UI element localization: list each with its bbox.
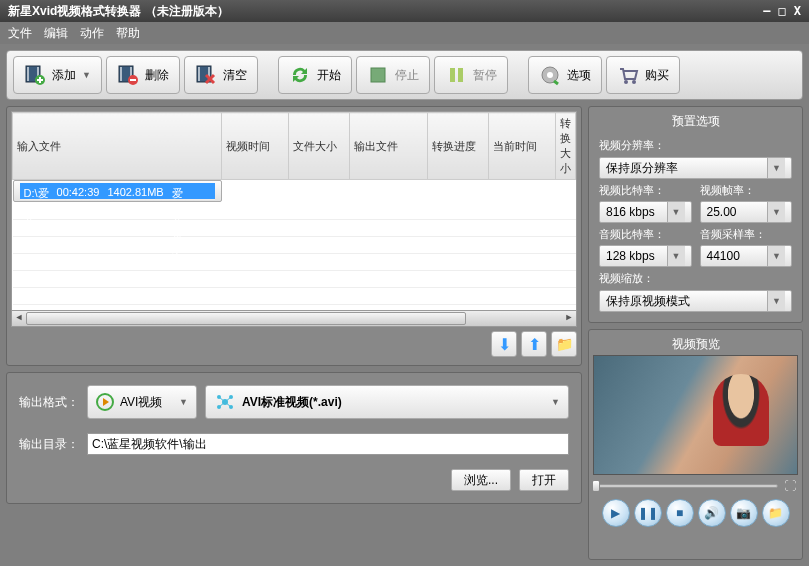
folder-button[interactable]: 📁 [551, 331, 577, 357]
scroll-thumb[interactable] [26, 312, 466, 325]
folder-icon: 📁 [556, 336, 573, 352]
pause-icon [445, 64, 467, 86]
scroll-right-icon[interactable]: ► [562, 311, 576, 326]
svg-point-15 [547, 72, 553, 78]
menu-edit[interactable]: 编辑 [44, 25, 68, 41]
chevron-down-icon: ▼ [667, 246, 685, 266]
scroll-left-icon[interactable]: ◄ [12, 311, 26, 326]
resolution-select[interactable]: 保持原分辨率▼ [599, 157, 792, 179]
col-duration[interactable]: 视频时间 [222, 113, 289, 180]
resolution-label: 视频分辨率： [599, 138, 792, 153]
dir-label: 输出目录： [19, 436, 79, 453]
camera-icon: 📷 [736, 506, 751, 520]
svg-rect-9 [198, 67, 200, 81]
menubar: 文件 编辑 动作 帮助 [0, 22, 809, 44]
svg-point-16 [624, 80, 628, 84]
toolbar: 添加 ▼ 删除 清空 开始 停止 暂停 选项 购买 [6, 50, 803, 100]
table-row[interactable]: D:\爱情公... 00:42:39 1402.81MB 爱情公寓3... [13, 180, 222, 202]
arrow-up-icon: ⬆ [528, 335, 541, 354]
format-codec-select[interactable]: AVI标准视频(*.avi) ▼ [205, 385, 569, 419]
video-preview[interactable] [593, 355, 798, 475]
options-label: 选项 [567, 67, 591, 84]
close-button[interactable]: X [794, 4, 801, 18]
svg-rect-5 [120, 67, 122, 81]
snapshot-button[interactable]: 📷 [730, 499, 758, 527]
buy-label: 购买 [645, 67, 669, 84]
vbitrate-label: 视频比特率： [599, 183, 692, 198]
scale-select[interactable]: 保持原视频模式▼ [599, 290, 792, 312]
maximize-button[interactable]: □ [779, 4, 786, 18]
play-icon [96, 393, 114, 411]
output-panel: 输出格式： AVI视频 ▼ AVI标准视频(*.avi) ▼ 输出目录： 浏览.… [6, 372, 582, 504]
stop-icon: ■ [676, 506, 683, 520]
window-controls: — □ X [763, 4, 801, 18]
col-progress[interactable]: 转换进度 [428, 113, 489, 180]
slider-thumb[interactable] [592, 480, 600, 492]
seek-slider[interactable] [595, 484, 778, 488]
buy-button[interactable]: 购买 [606, 56, 680, 94]
col-input[interactable]: 输入文件 [13, 113, 222, 180]
asamplerate-select[interactable]: 44100▼ [700, 245, 793, 267]
arrow-down-icon: ⬇ [498, 335, 511, 354]
format-category-select[interactable]: AVI视频 ▼ [87, 385, 197, 419]
vbitrate-select[interactable]: 816 kbps▼ [599, 201, 692, 223]
clear-label: 清空 [223, 67, 247, 84]
stop-button[interactable]: 停止 [356, 56, 430, 94]
file-table-panel: 输入文件 视频时间 文件大小 输出文件 转换进度 当前时间 转换大小 D:\爱情… [6, 106, 582, 366]
stop-icon [367, 64, 389, 86]
vfps-select[interactable]: 25.00▼ [700, 201, 793, 223]
film-x-icon [195, 64, 217, 86]
abitrate-select[interactable]: 128 kbps▼ [599, 245, 692, 267]
menu-help[interactable]: 帮助 [116, 25, 140, 41]
folder-icon: 📁 [768, 506, 783, 520]
menu-file[interactable]: 文件 [8, 25, 32, 41]
pause-icon: ❚❚ [638, 506, 658, 520]
svg-rect-11 [371, 68, 385, 82]
start-button[interactable]: 开始 [278, 56, 352, 94]
refresh-icon [289, 64, 311, 86]
chevron-down-icon: ▼ [767, 246, 785, 266]
col-output[interactable]: 输出文件 [350, 113, 428, 180]
delete-button[interactable]: 删除 [106, 56, 180, 94]
open-button[interactable]: 打开 [519, 469, 569, 491]
stop-label: 停止 [395, 67, 419, 84]
file-table[interactable]: 输入文件 视频时间 文件大小 输出文件 转换进度 当前时间 转换大小 D:\爱情… [11, 111, 577, 311]
play-button[interactable]: ▶ [602, 499, 630, 527]
scale-label: 视频缩放： [599, 271, 792, 286]
delete-label: 删除 [145, 67, 169, 84]
clear-button[interactable]: 清空 [184, 56, 258, 94]
svg-rect-1 [27, 67, 29, 81]
open-folder-button[interactable]: 📁 [762, 499, 790, 527]
format-label: 输出格式： [19, 394, 79, 411]
expand-icon[interactable]: ⛶ [784, 479, 796, 493]
options-button[interactable]: 选项 [528, 56, 602, 94]
preview-person [713, 374, 769, 446]
add-label: 添加 [52, 67, 76, 84]
chevron-down-icon: ▼ [767, 202, 785, 222]
minimize-button[interactable]: — [763, 4, 770, 18]
pause-button[interactable]: 暂停 [434, 56, 508, 94]
film-plus-icon [24, 64, 46, 86]
player-pause-button[interactable]: ❚❚ [634, 499, 662, 527]
col-size[interactable]: 文件大小 [289, 113, 350, 180]
gear-icon [539, 64, 561, 86]
chevron-down-icon: ▼ [667, 202, 685, 222]
col-curtime[interactable]: 当前时间 [489, 113, 556, 180]
horizontal-scrollbar[interactable]: ◄ ► [11, 311, 577, 327]
col-convsize[interactable]: 转换大小 [556, 113, 576, 180]
output-dir-input[interactable] [87, 433, 569, 455]
pause-label: 暂停 [473, 67, 497, 84]
chevron-down-icon: ▼ [179, 397, 188, 407]
start-label: 开始 [317, 67, 341, 84]
speaker-icon: 🔊 [704, 506, 719, 520]
mute-button[interactable]: 🔊 [698, 499, 726, 527]
menu-action[interactable]: 动作 [80, 25, 104, 41]
add-button[interactable]: 添加 ▼ [13, 56, 102, 94]
cart-icon [617, 64, 639, 86]
move-down-button[interactable]: ⬇ [491, 331, 517, 357]
browse-button[interactable]: 浏览... [451, 469, 511, 491]
player-stop-button[interactable]: ■ [666, 499, 694, 527]
move-up-button[interactable]: ⬆ [521, 331, 547, 357]
chevron-down-icon: ▼ [551, 397, 560, 407]
svg-rect-13 [458, 68, 463, 82]
